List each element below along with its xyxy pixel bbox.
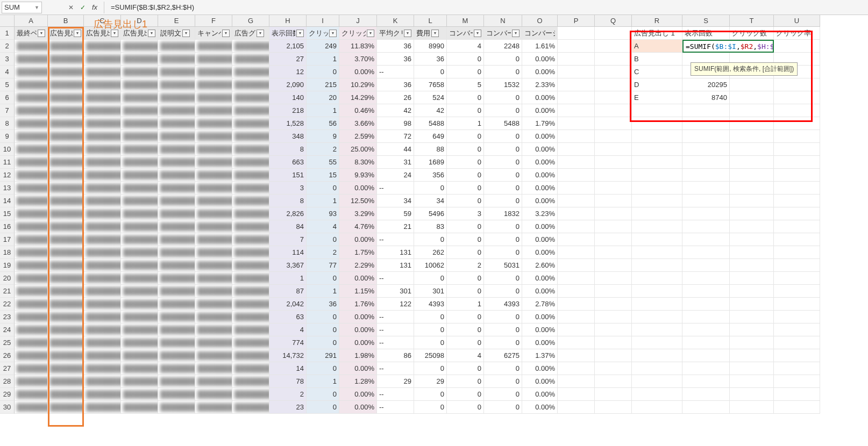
cell-N16[interactable]: 0 [484,220,522,233]
cell-P30[interactable] [558,401,595,414]
row-header-17[interactable]: 17 [0,233,15,246]
cell-C20[interactable]: ████████ [84,272,121,285]
cell-M18[interactable]: 0 [447,246,484,259]
cell-Q12[interactable] [595,169,632,182]
cell-T5[interactable] [730,78,774,91]
cell-K21[interactable]: 301 [377,285,414,298]
cell-A2[interactable]: ████████ [15,40,48,53]
cell-R21[interactable] [632,285,682,298]
cell-F19[interactable]: ████████ [195,259,232,272]
cell-M12[interactable]: 0 [447,169,484,182]
cell-G22[interactable]: ████████ [232,298,269,311]
cell-O12[interactable]: 0.00% [522,169,558,182]
cell-D16[interactable]: ████████ [121,220,158,233]
cell-Q29[interactable] [595,388,632,401]
cell-K4[interactable]: -- [377,66,414,78]
cell-Q26[interactable] [595,349,632,362]
cell-G21[interactable]: ████████ [232,285,269,298]
cell-Q5[interactable] [595,78,632,91]
cell-Q13[interactable] [595,182,632,195]
cell-I21[interactable]: 1 [307,285,339,298]
cell-Q1[interactable] [595,27,632,40]
cell-T9[interactable] [730,130,774,143]
cell-J18[interactable]: 1.75% [339,246,377,259]
cell-C2[interactable]: ████████ [84,40,121,53]
cell-D14[interactable]: ████████ [121,195,158,207]
cell-A8[interactable]: ████████ [15,117,48,130]
cell-M3[interactable]: 0 [447,53,484,66]
cell-T27[interactable] [730,362,774,375]
cell-P4[interactable] [558,66,595,78]
cell-J27[interactable]: 0.00% [339,362,377,375]
cell-A28[interactable]: ████████ [15,375,48,388]
cell-L7[interactable]: 42 [414,104,447,117]
cell-J25[interactable]: 0.00% [339,336,377,349]
cell-F28[interactable]: ████████ [195,375,232,388]
col-header-G[interactable]: G [232,15,269,26]
cell-O7[interactable]: 0.00% [522,104,558,117]
filter-button-icon[interactable]: ▼ [148,30,155,37]
cell-F25[interactable]: ████████ [195,336,232,349]
cell-B11[interactable]: ████████ [48,156,84,169]
cell-G23[interactable]: ████████ [232,311,269,323]
cell-S26[interactable] [682,349,730,362]
cell-U5[interactable] [774,78,820,91]
cell-Q22[interactable] [595,298,632,311]
cell-M6[interactable]: 0 [447,91,484,104]
cell-Q21[interactable] [595,285,632,298]
cell-H24[interactable]: 4 [269,323,307,336]
cell-A16[interactable]: ████████ [15,220,48,233]
cell-J5[interactable]: 10.29% [339,78,377,91]
cell-A20[interactable]: ████████ [15,272,48,285]
cell-D9[interactable]: ████████ [121,130,158,143]
cell-M10[interactable]: 0 [447,143,484,156]
cell-T24[interactable] [730,323,774,336]
cell-L4[interactable]: 0 [414,66,447,78]
cell-I24[interactable]: 0 [307,323,339,336]
cell-E17[interactable]: ████████ [158,233,195,246]
cell-D10[interactable]: ████████ [121,143,158,156]
cell-B3[interactable]: ████████ [48,53,84,66]
cell-L14[interactable]: 34 [414,195,447,207]
cell-M24[interactable]: 0 [447,323,484,336]
cell-F9[interactable]: ████████ [195,130,232,143]
cell-L5[interactable]: 7658 [414,78,447,91]
cell-S21[interactable] [682,285,730,298]
col-header-F[interactable]: F [195,15,232,26]
cell-H17[interactable]: 7 [269,233,307,246]
cell-O20[interactable]: 0.00% [522,272,558,285]
cell-E23[interactable]: ████████ [158,311,195,323]
col-header-Q[interactable]: Q [595,15,632,26]
cell-H23[interactable]: 63 [269,311,307,323]
cell-I25[interactable]: 0 [307,336,339,349]
cell-E19[interactable]: ████████ [158,259,195,272]
cell-H12[interactable]: 151 [269,169,307,182]
cell-A23[interactable]: ████████ [15,311,48,323]
cell-G8[interactable]: ████████ [232,117,269,130]
cell-I28[interactable]: 1 [307,375,339,388]
cell-E18[interactable]: ████████ [158,246,195,259]
cell-G30[interactable]: ████████ [232,401,269,414]
cell-B29[interactable]: ████████ [48,388,84,401]
cell-A29[interactable]: ████████ [15,388,48,401]
cell-N17[interactable]: 0 [484,233,522,246]
cell-L22[interactable]: 4393 [414,298,447,311]
filter-button-icon[interactable]: ▼ [512,30,520,37]
cell-C7[interactable]: ████████ [84,104,121,117]
cell-J2[interactable]: 11.83% [339,40,377,53]
cell-H15[interactable]: 2,826 [269,207,307,220]
cell-T8[interactable] [730,117,774,130]
cell-I26[interactable]: 291 [307,349,339,362]
cell-J14[interactable]: 12.50% [339,195,377,207]
cell-H3[interactable]: 27 [269,53,307,66]
cell-Q2[interactable] [595,40,632,53]
cell-S19[interactable] [682,259,730,272]
cell-H14[interactable]: 8 [269,195,307,207]
cell-B25[interactable]: ████████ [48,336,84,349]
cell-M26[interactable]: 4 [447,349,484,362]
cell-A26[interactable]: ████████ [15,349,48,362]
cell-Q24[interactable] [595,323,632,336]
cell-U24[interactable] [774,323,820,336]
cell-N20[interactable]: 0 [484,272,522,285]
summary-cell-R4[interactable]: C [632,66,682,78]
